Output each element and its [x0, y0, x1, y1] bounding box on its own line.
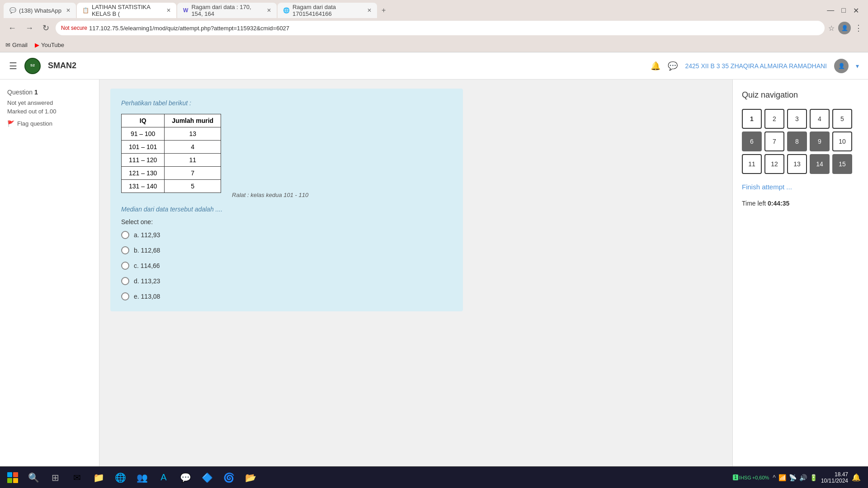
window-controls: — □ ✕: [827, 6, 864, 15]
question-label: Question: [7, 89, 33, 96]
radio-a[interactable]: [121, 231, 129, 239]
time-value: 0:44:35: [768, 200, 789, 207]
tab-whatsapp[interactable]: 💬 (138) WhatsApp ✕: [4, 3, 76, 18]
bookmark-gmail[interactable]: ✉ Gmail: [5, 42, 28, 48]
q-btn-10[interactable]: 10: [832, 131, 852, 151]
q-btn-1[interactable]: 1: [742, 109, 762, 129]
question-number: 1: [34, 89, 38, 96]
q-btn-4[interactable]: 4: [810, 109, 830, 129]
taskbar-chrome[interactable]: 🌐: [110, 468, 130, 488]
user-dropdown-arrow[interactable]: ▾: [856, 62, 859, 70]
task-view-button[interactable]: ⊞: [45, 468, 65, 488]
hamburger-menu[interactable]: ☰: [9, 61, 17, 71]
radio-d[interactable]: [121, 277, 129, 285]
marked-out: Marked out of 1.00: [7, 108, 92, 115]
bookmark-button[interactable]: ☆: [828, 24, 835, 33]
edge-taskbar-icon: 🔷: [202, 472, 213, 483]
tab-ragam1[interactable]: W Ragam dari data : 170, 154, 164 ✕: [177, 3, 277, 18]
volume-icon[interactable]: 🔊: [799, 474, 807, 481]
q-btn-11[interactable]: 11: [742, 154, 762, 174]
close-button[interactable]: ✕: [853, 6, 859, 15]
user-avatar: 👤: [834, 59, 849, 73]
taskbar-right: 1 IHSG +0,60% ^ 📶 📡 🔊 🔋 18.47 10/11/2024…: [733, 471, 864, 484]
notification-icon[interactable]: 🔔: [852, 473, 861, 482]
option-e: e. 113,08: [121, 292, 452, 300]
user-name[interactable]: 2425 XII B 3 35 ZHAQIRA ALMAIRA RAMADHAN…: [685, 62, 827, 70]
taskbar-explorer[interactable]: 📂: [241, 468, 260, 488]
time-left: Time left 0:44:35: [742, 200, 859, 207]
chat-icon[interactable]: 💬: [668, 61, 678, 71]
azure-taskbar-icon: A: [160, 472, 166, 483]
taskbar-chromium[interactable]: 🌀: [219, 468, 239, 488]
tab-ragam2[interactable]: 🌐 Ragam dari data 170154164166 ✕: [278, 3, 377, 18]
question-intro: Perhatikan tabel berikut :: [121, 99, 452, 107]
profile-button[interactable]: 👤: [838, 22, 851, 34]
tab-whatsapp-close[interactable]: ✕: [66, 7, 71, 14]
taskbar: 🔍 ⊞ ✉ 📁 🌐 👥 A 💬 🔷 🌀 📂 1 IHSG +0,60% ^ 📶: [0, 466, 868, 488]
menu-button[interactable]: ⋮: [854, 23, 863, 33]
content-area: Question 1 Not yet answered Marked out o…: [0, 80, 868, 466]
flag-question-button[interactable]: 🚩 Flag question: [7, 120, 52, 127]
table-row: 131 – 140 5: [122, 180, 221, 193]
back-button[interactable]: ←: [5, 23, 19, 34]
finish-attempt-link[interactable]: Finish attempt ...: [742, 183, 859, 191]
q-btn-3[interactable]: 3: [787, 109, 807, 129]
taskbar-edge[interactable]: 🔷: [197, 468, 217, 488]
jumlah-1: 13: [165, 127, 221, 141]
table-row: 101 – 101 4: [122, 141, 221, 154]
expand-icon[interactable]: ^: [773, 474, 776, 481]
start-button[interactable]: [4, 469, 22, 487]
jumlah-3: 11: [165, 154, 221, 167]
tab-latihan[interactable]: 📋 LATIHAN STATISTIKA KELAS B ( ✕: [77, 3, 176, 18]
q-btn-8[interactable]: 8: [787, 131, 807, 151]
q-btn-6[interactable]: 6: [742, 131, 762, 151]
bell-icon[interactable]: 🔔: [651, 61, 660, 71]
tab-ragam2-close[interactable]: ✕: [367, 7, 372, 14]
search-taskbar-icon: 🔍: [28, 472, 39, 483]
table-header-jumlah: Jumlah murid: [165, 114, 221, 127]
q-btn-7[interactable]: 7: [764, 131, 784, 151]
option-c-label: c. 114,66: [134, 262, 160, 269]
radio-c[interactable]: [121, 262, 129, 270]
whatsapp-icon: 💬: [9, 7, 16, 14]
tab-latihan-close[interactable]: ✕: [166, 7, 171, 14]
forward-button[interactable]: →: [23, 23, 36, 34]
bookmarks-bar: ✉ Gmail ▶ YouTube: [0, 38, 868, 52]
iq-range-2: 101 – 101: [122, 141, 165, 154]
maximize-button[interactable]: □: [841, 6, 846, 15]
q-btn-13[interactable]: 13: [787, 154, 807, 174]
tab-whatsapp-label: (138) WhatsApp: [19, 7, 61, 14]
radio-b[interactable]: [121, 246, 129, 254]
q-btn-15[interactable]: 15: [832, 154, 852, 174]
table-container: IQ Jumlah murid 91 – 100 13 101 – 101: [121, 114, 452, 198]
q-btn-2[interactable]: 2: [764, 109, 784, 129]
stock-label: IHSG: [739, 475, 751, 480]
new-tab-button[interactable]: +: [378, 5, 389, 16]
radio-e[interactable]: [121, 292, 129, 300]
reload-button[interactable]: ↻: [40, 22, 52, 34]
gmail-taskbar-icon: ✉: [73, 472, 81, 483]
gmail-label: Gmail: [12, 42, 28, 48]
taskbar-azure[interactable]: A: [154, 468, 174, 488]
minimize-button[interactable]: —: [827, 6, 834, 15]
taskbar-gmail[interactable]: ✉: [67, 468, 87, 488]
q-btn-14[interactable]: 14: [810, 154, 830, 174]
iq-range-3: 111 – 120: [122, 154, 165, 167]
q-btn-5[interactable]: 5: [832, 109, 852, 129]
wifi-icon[interactable]: 📡: [789, 474, 797, 481]
stock-info: 1 IHSG +0,60%: [733, 474, 769, 480]
tab-ragam2-label: Ragam dari data 170154164166: [292, 4, 363, 17]
teams-taskbar-icon: 👥: [137, 472, 148, 483]
q-btn-12[interactable]: 12: [764, 154, 784, 174]
bookmark-youtube[interactable]: ▶ YouTube: [35, 42, 64, 48]
taskbar-teams[interactable]: 👥: [132, 468, 152, 488]
search-taskbar[interactable]: 🔍: [24, 468, 43, 488]
url-bar[interactable]: Not secure 117.102.75.5/elearning1/mod/q…: [56, 21, 825, 35]
network-icon[interactable]: 📶: [778, 474, 786, 481]
taskbar-file[interactable]: 📁: [89, 468, 108, 488]
q-btn-9[interactable]: 9: [810, 131, 830, 151]
gmail-icon: ✉: [5, 42, 10, 48]
battery-icon[interactable]: 🔋: [810, 474, 817, 481]
tab-ragam1-close[interactable]: ✕: [267, 7, 271, 14]
taskbar-whatsapp[interactable]: 💬: [175, 468, 195, 488]
